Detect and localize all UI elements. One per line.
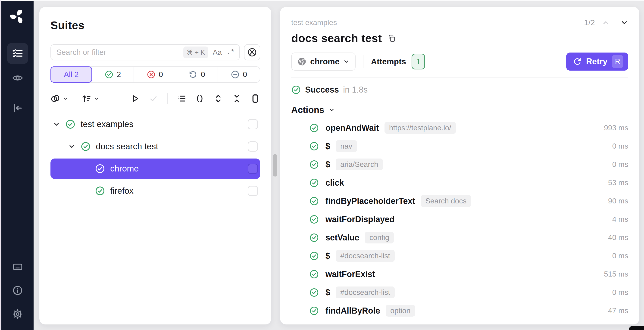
tree-row[interactable]: firefox <box>50 181 260 201</box>
action-argument-badge: aria/Search <box>336 158 383 170</box>
screen-corner-artifact <box>629 326 644 330</box>
passed-status-icon <box>309 123 319 133</box>
action-name: openAndWait <box>326 123 379 133</box>
checklist-icon <box>12 48 23 59</box>
check-circle-icon <box>105 70 114 79</box>
tree-row[interactable]: test examples <box>50 114 260 134</box>
status-duration: in 1.8s <box>343 85 368 95</box>
retry-button[interactable]: Retry R <box>566 52 628 70</box>
success-status-icon <box>291 85 301 95</box>
chevron-down-icon <box>94 96 100 102</box>
tree-item-checkbox[interactable] <box>248 142 258 152</box>
filter-all[interactable]: All 2 <box>50 66 92 82</box>
test-title: docs search test <box>291 32 382 45</box>
controls-divider <box>363 55 364 68</box>
action-row[interactable]: setValue config 40 ms <box>291 228 628 247</box>
action-argument-badge: https://testplane.io/ <box>384 122 456 134</box>
action-row[interactable]: waitForDisplayed 4 ms <box>291 210 628 228</box>
eye-visual-checks-icon[interactable] <box>12 72 23 84</box>
keyboard-shortcuts-icon[interactable] <box>12 262 23 272</box>
regex-toggle[interactable]: .* <box>226 48 235 56</box>
passed-status-icon <box>309 142 319 151</box>
action-duration: 47 ms <box>608 306 628 315</box>
action-row[interactable]: $ aria/Search 0 ms <box>291 155 628 174</box>
pager-next-icon[interactable] <box>620 19 628 26</box>
action-row[interactable]: openAndWait https://testplane.io/ 993 ms <box>291 119 628 137</box>
action-row[interactable]: findByPlaceholderText Search docs 90 ms <box>291 192 628 210</box>
filter-skipped-count: 0 <box>243 70 247 79</box>
attempts-label: Attempts <box>371 57 406 66</box>
run-checked-icon[interactable] <box>148 94 158 104</box>
sidebar-item-suites[interactable] <box>7 43 28 64</box>
run-tests-icon[interactable] <box>130 94 140 104</box>
action-row[interactable]: $ #docsearch-list 0 ms <box>291 283 628 302</box>
expand-all-icon[interactable] <box>214 94 223 104</box>
sort-icon <box>82 94 91 104</box>
passed-status-icon <box>309 251 319 261</box>
action-duration: 40 ms <box>608 233 628 242</box>
passed-status-icon <box>309 196 319 206</box>
collapse-panel-icon[interactable] <box>12 102 23 114</box>
panel-scrollbar-thumb[interactable] <box>273 154 277 176</box>
action-row[interactable]: $ #docsearch-list 0 ms <box>291 247 628 265</box>
gear-settings-icon[interactable] <box>12 309 23 319</box>
header-divider <box>291 77 628 78</box>
breadcrumb: test examples <box>291 18 337 27</box>
action-duration: 4 ms <box>612 215 628 224</box>
collapse-all-icon[interactable] <box>232 94 242 104</box>
actions-section-title: Actions <box>291 105 324 115</box>
filter-skipped[interactable]: 0 <box>218 67 260 82</box>
action-row[interactable]: waitForExist 515 ms <box>291 265 628 283</box>
filter-failed[interactable]: 0 <box>134 67 176 82</box>
tree-row[interactable]: chrome <box>50 158 260 179</box>
minus-circle-icon <box>231 70 240 79</box>
toolbar-divider <box>167 93 168 104</box>
search-input[interactable] <box>56 48 179 57</box>
actions-section-toggle[interactable]: Actions <box>291 105 628 115</box>
passed-status-icon <box>309 269 319 279</box>
browser-select[interactable]: chrome <box>291 52 356 70</box>
chevron-down-icon <box>328 107 335 113</box>
browsers-dropdown[interactable] <box>50 94 68 104</box>
chevron-down-icon[interactable] <box>68 143 76 150</box>
sort-dropdown[interactable] <box>82 94 100 104</box>
test-pager: 1/2 <box>584 18 628 27</box>
passed-status-icon <box>80 142 91 152</box>
filter-passed[interactable]: 2 <box>92 67 134 82</box>
chevron-down-icon[interactable] <box>53 120 60 128</box>
action-row[interactable]: click 53 ms <box>291 174 628 192</box>
search-box: ⌘ + K Aa .* <box>50 44 240 60</box>
attempt-badge[interactable]: 1 <box>412 54 425 70</box>
action-argument-badge: #docsearch-list <box>336 250 395 262</box>
action-duration: 0 ms <box>612 252 628 260</box>
action-name: findByPlaceholderText <box>326 196 415 206</box>
passed-status-icon <box>309 306 319 316</box>
tree-item-checkbox[interactable] <box>248 164 258 174</box>
case-sensitivity-toggle[interactable]: Aa <box>213 48 222 57</box>
copy-test-name-button[interactable] <box>387 34 396 42</box>
tree-item-checkbox[interactable] <box>248 119 258 129</box>
action-row[interactable]: findAllByRole option 47 ms <box>291 302 628 320</box>
suites-panel-title: Suites <box>50 19 260 32</box>
globe-icon <box>247 48 257 57</box>
tree-row[interactable]: docs search test <box>50 136 260 157</box>
browsers-icon <box>50 94 60 104</box>
filter-retried[interactable]: 0 <box>176 67 218 82</box>
action-row[interactable]: $ nav 0 ms <box>291 137 628 155</box>
list-view-icon[interactable] <box>176 94 186 104</box>
group-brackets-icon[interactable] <box>195 94 205 104</box>
tree-item-checkbox[interactable] <box>248 186 258 196</box>
scope-filter-button[interactable] <box>244 44 260 60</box>
testplane-logo-icon <box>8 7 27 26</box>
pager-prev-icon[interactable] <box>602 19 610 26</box>
viewport-icon[interactable] <box>250 94 260 104</box>
action-duration: 53 ms <box>608 178 628 187</box>
action-duration: 515 ms <box>604 270 628 278</box>
tree-item-label: chrome <box>110 164 139 174</box>
x-circle-icon <box>147 70 156 79</box>
info-icon[interactable] <box>12 285 23 296</box>
tree-item-label: test examples <box>80 120 133 129</box>
action-argument-badge: option <box>386 305 415 316</box>
passed-status-icon <box>95 164 105 174</box>
action-duration: 0 ms <box>612 160 628 169</box>
